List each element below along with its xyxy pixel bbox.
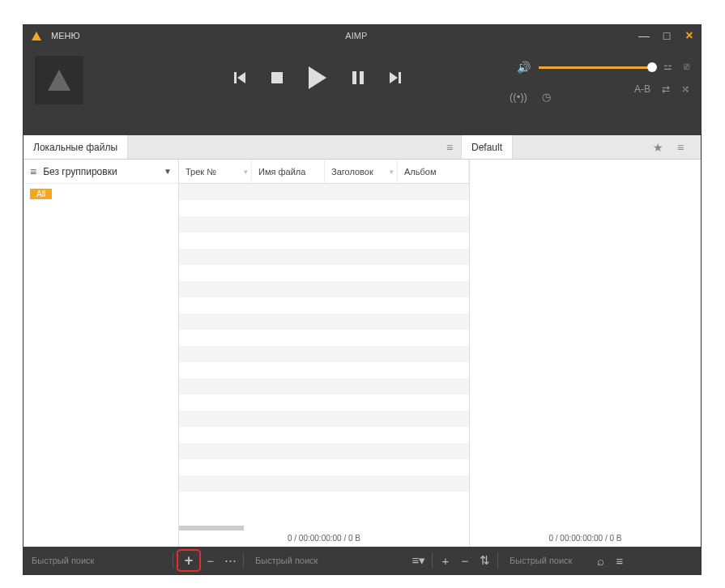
table-row <box>179 346 469 362</box>
table-row <box>179 378 469 394</box>
album-art-placeholder <box>35 56 83 104</box>
window-title: AIMP <box>80 31 633 40</box>
next-button[interactable] <box>390 72 401 83</box>
table-row <box>179 475 469 492</box>
table-row <box>179 216 469 232</box>
table-row <box>179 394 469 411</box>
search-right[interactable]: Быстрый поиск <box>501 556 591 565</box>
status-right: 0 / 00:00:00:00 / 0 B <box>470 532 701 547</box>
search-center[interactable]: Быстрый поиск <box>247 556 409 565</box>
timer-icon[interactable]: ◷ <box>542 91 551 103</box>
titlebar: МЕНЮ AIMP — □ × <box>23 25 701 46</box>
table-row <box>179 200 469 216</box>
volume-icon[interactable]: 🔊 <box>517 61 531 74</box>
table-row <box>179 362 469 378</box>
radio-icon[interactable]: ((•)) <box>510 91 527 103</box>
chevron-down-icon: ▼ <box>164 167 172 176</box>
search-left[interactable]: Быстрый поиск <box>23 556 169 565</box>
app-window: МЕНЮ AIMP — □ × 🔊 ((•)) ◷ ⚍ ⎚ <box>23 24 702 575</box>
favorite-icon[interactable]: ★ <box>646 135 669 159</box>
table-row <box>179 313 469 330</box>
remove-button[interactable]: − <box>201 551 220 570</box>
more-button[interactable]: ⋯ <box>220 551 240 570</box>
tab-local-files[interactable]: Локальные файлы <box>23 135 128 159</box>
list-menu-icon[interactable]: ≡▾ <box>409 551 429 570</box>
column-headers: Трек №▾ Имя файла Заголовок▾ Альбом <box>179 160 469 184</box>
extra-controls: ⚍ ⎚ A-B ⇄ ⤭ <box>634 61 689 95</box>
tab-menu-icon[interactable]: ≡ <box>438 135 461 159</box>
filter-icon[interactable]: ▾ <box>244 168 248 176</box>
tab-default[interactable]: Default <box>462 135 513 159</box>
close-button[interactable]: × <box>678 25 701 46</box>
table-row <box>179 265 469 281</box>
track-list-panel: Трек №▾ Имя файла Заголовок▾ Альбом <box>179 160 470 547</box>
status-left: 0 / 00:00:00:00 / 0 B <box>179 532 469 547</box>
playback-controls <box>234 66 401 89</box>
track-rows <box>179 184 469 524</box>
ab-repeat-button[interactable]: A-B <box>634 83 650 95</box>
tabs-left: Локальные файлы ≡ <box>23 135 461 159</box>
equalizer-icon[interactable]: ⚍ <box>663 61 672 72</box>
stop-button[interactable] <box>271 72 283 83</box>
col-title[interactable]: Заголовок▾ <box>325 160 398 183</box>
window-controls: — □ × <box>633 25 701 46</box>
filter-icon[interactable]: ▾ <box>390 168 394 176</box>
sidebar: ≡ Без группировки ▼ All <box>23 160 179 547</box>
table-row <box>179 427 469 443</box>
col-filename[interactable]: Имя файла <box>252 160 325 183</box>
tabs-right: Default ★ ≡ <box>461 135 692 159</box>
table-row <box>179 184 469 200</box>
add-button[interactable]: + <box>179 551 198 570</box>
tabs-row: Локальные файлы ≡ Default ★ ≡ <box>23 135 701 160</box>
app-logo-icon <box>28 28 45 44</box>
table-row <box>179 459 469 475</box>
minimize-button[interactable]: — <box>633 25 655 46</box>
grouping-label: Без группировки <box>43 166 117 177</box>
table-row <box>179 330 469 346</box>
maximize-button[interactable]: □ <box>655 25 678 46</box>
main-content: ≡ Без группировки ▼ All Трек №▾ Имя файл… <box>23 160 701 547</box>
play-button[interactable] <box>309 66 326 89</box>
pause-button[interactable] <box>352 71 364 84</box>
shuffle-icon[interactable]: ⤭ <box>681 83 689 95</box>
hamburger-icon: ≡ <box>30 165 36 178</box>
col-album[interactable]: Альбом <box>398 160 469 183</box>
table-row <box>179 443 469 459</box>
search-icon[interactable]: ⌕ <box>591 551 610 570</box>
tab-menu-right-icon[interactable]: ≡ <box>669 135 692 159</box>
add-right-button[interactable]: + <box>436 551 455 570</box>
options-icon[interactable]: ≡ <box>610 551 629 570</box>
add-button-highlighted: + <box>177 549 201 572</box>
playlist-panel: 0 / 00:00:00:00 / 0 B <box>470 160 701 547</box>
table-row <box>179 249 469 265</box>
grouping-selector[interactable]: ≡ Без группировки ▼ <box>23 160 178 184</box>
remove-right-button[interactable]: − <box>455 551 475 570</box>
prev-button[interactable] <box>234 72 245 83</box>
player-panel: 🔊 ((•)) ◷ ⚍ ⎚ A-B ⇄ ⤭ <box>23 46 701 135</box>
horizontal-scrollbar[interactable] <box>179 524 469 532</box>
table-row <box>179 297 469 313</box>
volume-control: 🔊 <box>517 61 652 74</box>
bottom-toolbar: Быстрый поиск + − ⋯ Быстрый поиск ≡▾ + −… <box>23 547 701 574</box>
table-row <box>179 281 469 297</box>
group-all-tag[interactable]: All <box>23 184 178 204</box>
secondary-controls: ((•)) ◷ <box>510 91 551 103</box>
table-row <box>179 411 469 427</box>
menu-button[interactable]: МЕНЮ <box>51 31 80 40</box>
visualization-icon[interactable]: ⎚ <box>684 61 689 72</box>
sort-button[interactable]: ⇅ <box>475 551 494 570</box>
table-row <box>179 232 469 249</box>
repeat-icon[interactable]: ⇄ <box>662 83 670 95</box>
col-track-no[interactable]: Трек №▾ <box>179 160 252 183</box>
